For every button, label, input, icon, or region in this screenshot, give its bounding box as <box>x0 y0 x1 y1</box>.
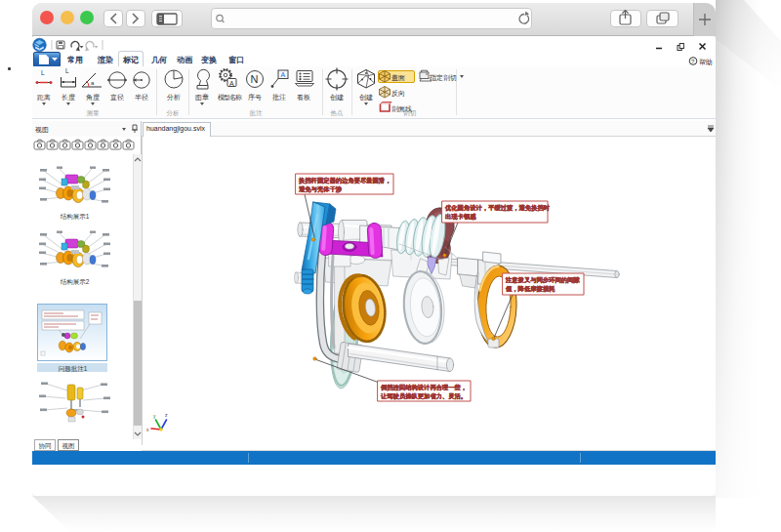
svg-text:N: N <box>251 73 259 85</box>
svg-text:避免与壳体干涉: 避免与壳体干涉 <box>298 185 343 193</box>
svg-text:A: A <box>281 71 286 78</box>
svg-text:?: ? <box>691 59 695 64</box>
svg-text:换挡杆固定器的边角要尽量圆滑，: 换挡杆固定器的边角要尽量圆滑， <box>298 177 390 184</box>
svg-text:值，降低摩擦损耗: 值，降低摩擦损耗 <box>505 285 555 293</box>
svg-text:帮助: 帮助 <box>699 59 713 66</box>
svg-text:x: x <box>146 427 149 432</box>
svg-text:y: y <box>153 413 156 419</box>
svg-text:z: z <box>165 412 168 418</box>
svg-text:让驾驶员操纵更加省力、灵活。: 让驾驶员操纵更加省力、灵活。 <box>380 392 467 400</box>
svg-text:a: a <box>91 80 95 86</box>
svg-text:L: L <box>41 69 45 76</box>
svg-text:出现卡顿感: 出现卡顿感 <box>445 213 476 221</box>
svg-text:L: L <box>65 67 69 74</box>
svg-text:注意拨叉与同步环间的间隙: 注意拨叉与同步环间的间隙 <box>505 276 580 284</box>
svg-text:倒挡连回结构设计再合理一些，: 倒挡连回结构设计再合理一些， <box>380 384 467 391</box>
svg-text:A: A <box>229 80 234 87</box>
svg-text:优化圆角设计，平缓过渡，避免换挡时: 优化圆角设计，平缓过渡，避免换挡时 <box>444 204 551 212</box>
